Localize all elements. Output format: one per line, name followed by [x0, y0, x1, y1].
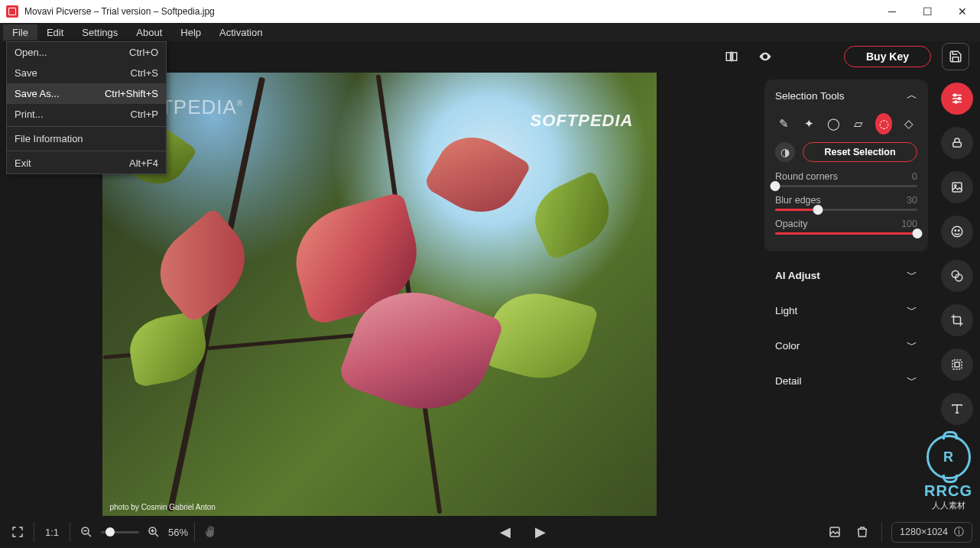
menu-bar: File Edit Settings About Help Activation — [0, 23, 980, 41]
slider-value: 100 — [901, 219, 917, 229]
chevron-down-icon: ﹀ — [907, 374, 917, 387]
overlay-tool-icon[interactable] — [941, 260, 973, 292]
zoom-in-icon[interactable] — [144, 522, 164, 542]
chevron-down-icon: ﹀ — [907, 268, 917, 282]
crop-tool-icon[interactable] — [941, 304, 973, 336]
save-button[interactable] — [942, 43, 969, 70]
effects-tool-icon[interactable] — [941, 127, 973, 159]
slider-label: Blur edges — [775, 195, 821, 206]
reset-selection-button[interactable]: Reset Selection — [803, 142, 917, 162]
svg-line-22 — [88, 533, 91, 537]
next-image-icon[interactable]: ▶ — [531, 522, 550, 542]
chevron-down-icon: ﹀ — [907, 339, 917, 352]
menu-item-save-as[interactable]: Save As...Ctrl+Shift+S — [7, 83, 166, 104]
sticker-tool-icon[interactable] — [941, 216, 973, 248]
selection-tools-section: Selection Tools ︿ ✎ ✦ ◯ ▱ ◌ ◇ ◑ Reset Se… — [764, 79, 928, 251]
chevron-up-icon: ︿ — [907, 89, 917, 102]
svg-rect-9 — [953, 142, 962, 147]
zoom-out-icon[interactable] — [76, 522, 96, 542]
delete-icon[interactable] — [852, 522, 872, 542]
svg-point-8 — [955, 101, 957, 103]
menu-item-exit[interactable]: ExitAlt+F4 — [7, 153, 166, 173]
buy-key-button[interactable]: Buy Key — [844, 46, 931, 67]
section-title: Selection Tools — [775, 90, 845, 102]
light-section[interactable]: Light﹀ — [764, 293, 928, 328]
gallery-icon[interactable] — [825, 522, 845, 542]
svg-line-25 — [155, 533, 158, 537]
resize-tool-icon[interactable] — [941, 349, 973, 381]
svg-point-12 — [952, 226, 962, 237]
svg-point-13 — [955, 230, 956, 232]
zoom-value: 56% — [168, 527, 188, 538]
marquee-tool-icon[interactable]: ◌ — [875, 113, 893, 135]
menu-edit[interactable]: Edit — [37, 24, 73, 41]
menu-separator — [7, 151, 166, 151]
opacity-slider[interactable]: Opacity100 — [775, 219, 917, 235]
eraser-tool-icon[interactable]: ◇ — [900, 113, 917, 135]
chevron-down-icon: ﹀ — [907, 303, 917, 317]
color-section[interactable]: Color﹀ — [764, 328, 928, 363]
file-dropdown: Open...Ctrl+O SaveCtrl+S Save As...Ctrl+… — [6, 41, 167, 174]
magic-wand-tool-icon[interactable]: ✦ — [800, 113, 818, 135]
close-button[interactable]: ✕ — [945, 0, 980, 23]
fullscreen-icon[interactable] — [8, 522, 28, 542]
menu-item-shortcut: Ctrl+Shift+S — [105, 88, 158, 99]
slider-value: 30 — [907, 195, 917, 206]
watermark-softpedia-2: SOFTPEDIA — [531, 111, 634, 131]
brush-tool-icon[interactable]: ✎ — [775, 113, 793, 135]
menu-help[interactable]: Help — [171, 24, 210, 41]
menu-item-label: Print... — [15, 109, 44, 120]
svg-point-6 — [954, 94, 956, 96]
svg-point-14 — [959, 230, 960, 232]
actual-size-button[interactable]: 1:1 — [41, 527, 63, 538]
adjustments-panel: Selection Tools ︿ ✎ ✦ ◯ ▱ ◌ ◇ ◑ Reset Se… — [758, 72, 934, 516]
menu-about[interactable]: About — [127, 24, 171, 41]
menu-item-file-info[interactable]: File Information — [7, 128, 166, 149]
svg-rect-0 — [726, 53, 730, 61]
tool-strip — [934, 72, 980, 516]
image-tool-icon[interactable] — [941, 171, 973, 203]
image-canvas: SOFTPEDIA® SOFTPEDIA photo by Cosmin Gab… — [102, 73, 657, 516]
selection-tools-header[interactable]: Selection Tools ︿ — [775, 89, 917, 102]
svg-rect-17 — [952, 360, 962, 369]
dimensions-value: 1280×1024 — [900, 527, 948, 537]
ai-adjust-section[interactable]: AI Adjust﹀ — [764, 258, 928, 293]
invert-selection-icon[interactable]: ◑ — [775, 142, 795, 162]
preview-eye-icon[interactable] — [754, 45, 777, 68]
app-icon — [6, 5, 18, 18]
blur-edges-slider[interactable]: Blur edges30 — [775, 195, 917, 211]
photo-credit: photo by Cosmin Gabriel Anton — [110, 503, 216, 511]
menu-item-label: Save — [15, 67, 37, 79]
adjust-tool-icon[interactable] — [941, 83, 973, 115]
round-corners-slider[interactable]: Round corners0 — [775, 171, 917, 187]
text-tool-icon[interactable] — [941, 393, 973, 425]
menu-item-label: Open... — [15, 47, 47, 58]
menu-activation[interactable]: Activation — [210, 24, 271, 41]
menu-item-open[interactable]: Open...Ctrl+O — [7, 42, 166, 63]
image-dimensions[interactable]: 1280×1024 ⓘ — [891, 522, 972, 543]
svg-rect-18 — [955, 362, 959, 367]
menu-item-print[interactable]: Print...Ctrl+P — [7, 104, 166, 125]
prev-image-icon[interactable]: ◀ — [495, 522, 515, 542]
maximize-button[interactable]: ☐ — [910, 0, 945, 23]
menu-settings[interactable]: Settings — [73, 24, 127, 41]
menu-item-label: Exit — [15, 157, 31, 169]
section-title: Light — [775, 305, 797, 316]
menu-item-label: Save As... — [15, 88, 60, 99]
menu-item-shortcut: Ctrl+P — [131, 109, 158, 120]
slider-value: 0 — [912, 171, 917, 182]
menu-separator — [7, 126, 166, 127]
section-title: AI Adjust — [775, 270, 820, 281]
menu-item-label: File Information — [15, 133, 83, 144]
menu-file[interactable]: File — [3, 24, 37, 41]
compare-icon[interactable] — [720, 45, 743, 68]
detail-section[interactable]: Detail﹀ — [764, 363, 928, 398]
lasso-tool-icon[interactable]: ◯ — [825, 113, 842, 135]
pan-hand-icon[interactable] — [201, 522, 221, 542]
section-title: Detail — [775, 375, 802, 387]
zoom-slider[interactable] — [101, 531, 139, 533]
menu-item-save[interactable]: SaveCtrl+S — [7, 63, 166, 83]
window-titlebar: Movavi Picverse – Trial version – Softpe… — [0, 0, 980, 23]
polygon-lasso-tool-icon[interactable]: ▱ — [850, 113, 868, 135]
minimize-button[interactable]: ─ — [875, 0, 910, 23]
